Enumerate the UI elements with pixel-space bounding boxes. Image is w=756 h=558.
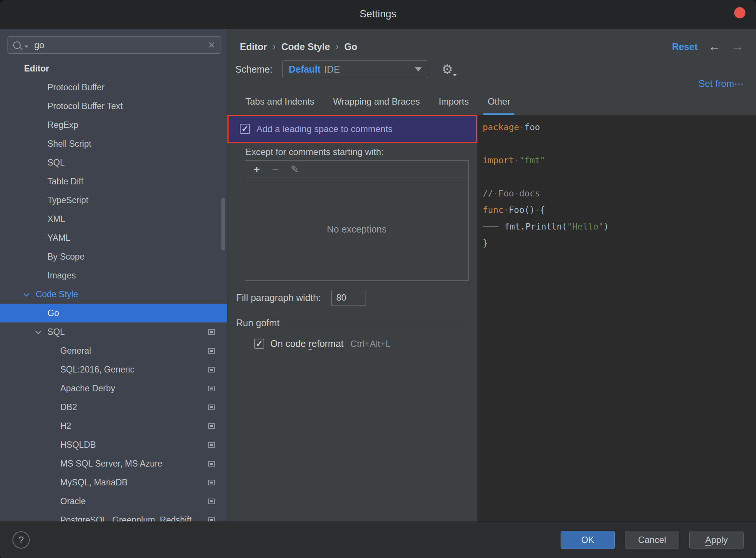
sidebar-item-typescript[interactable]: TypeScript [0, 191, 227, 210]
scheme-label: Scheme: [235, 64, 273, 75]
check-icon: ✓ [241, 124, 248, 134]
ok-button[interactable]: OK [561, 531, 615, 549]
sidebar-item-images[interactable]: Images [0, 266, 227, 285]
exceptions-toolbar: + − ✎ [245, 161, 468, 178]
sidebar-item-shell-script[interactable]: Shell Script [0, 134, 227, 153]
footer-buttons: OK Cancel Apply [561, 531, 744, 549]
remove-icon[interactable]: − [272, 164, 279, 175]
tab-imports[interactable]: Imports [439, 96, 469, 115]
sidebar-item-sql-2016-generic[interactable]: SQL:2016, Generic [0, 360, 227, 379]
sidebar-item-oracle[interactable]: Oracle [0, 492, 227, 511]
sidebar-item-label: HSQLDB [60, 440, 96, 450]
cancel-button[interactable]: Cancel [625, 531, 679, 549]
help-button[interactable]: ? [12, 531, 30, 549]
sidebar-item-apache-derby[interactable]: Apache Derby [0, 379, 227, 398]
sidebar-item-protocol-buffer-text[interactable]: Protocol Buffer Text [0, 97, 227, 116]
sidebar-item-go[interactable]: Go [0, 304, 227, 322]
sidebar-item-regexp[interactable]: RegExp [0, 116, 227, 134]
close-button[interactable] [734, 7, 745, 18]
sidebar-item-table-diff[interactable]: Table Diff [0, 172, 227, 191]
search-options-caret-icon[interactable] [24, 46, 28, 48]
code-line [483, 135, 756, 152]
code-line: package·foo [483, 119, 756, 135]
language-settings-icon [208, 499, 215, 504]
sidebar-item-label: Go [47, 308, 59, 318]
leading-space-setting-row[interactable]: ✓ Add a leading space to comments [227, 115, 477, 143]
sidebar-item-label: SQL:2016, Generic [60, 365, 134, 375]
breadcrumb-editor[interactable]: Editor [240, 41, 267, 52]
apply-button[interactable]: Apply [689, 531, 744, 549]
exceptions-empty-state: No exceptions [245, 178, 468, 280]
sidebar-item-by-scope[interactable]: By Scope [0, 247, 227, 266]
reformat-shortcut: Ctrl+Alt+L [351, 339, 391, 349]
forward-arrow-icon[interactable]: → [731, 41, 744, 52]
sidebar-item-code-style[interactable]: Code Style [0, 285, 227, 304]
sidebar-item-postgresql-greenplum-redshift[interactable]: PostgreSQL, Greenplum, Redshift [0, 511, 227, 522]
sidebar-item-sql[interactable]: SQL [0, 153, 227, 172]
settings-sidebar: ✕ EditorProtocol BufferProtocol Buffer T… [0, 29, 227, 522]
edit-icon[interactable]: ✎ [291, 164, 299, 175]
sidebar-item-sql-code-style[interactable]: SQL [0, 322, 227, 341]
space-whitespace-indicator: · [493, 189, 498, 198]
sidebar-item-label: Images [47, 271, 76, 281]
gofmt-section-label: Run gofmt [236, 318, 279, 328]
set-from-row: Set from⋯ [227, 78, 744, 91]
breadcrumb-go[interactable]: Go [344, 41, 357, 52]
dialog-footer: ? OK Cancel Apply [0, 522, 756, 558]
sidebar-item-db2[interactable]: DB2 [0, 398, 227, 417]
space-whitespace-indicator: · [519, 122, 524, 132]
breadcrumb-separator: › [335, 41, 338, 52]
scheme-row: Scheme: Default IDE ⚙ [235, 60, 756, 78]
code-line: //·Foo·docs [483, 185, 756, 202]
sidebar-item-xml[interactable]: XML [0, 210, 227, 228]
sidebar-item-label: TypeScript [47, 195, 88, 205]
sidebar-item-yaml[interactable]: YAML [0, 228, 227, 247]
sidebar-item-protocol-buffer[interactable]: Protocol Buffer [0, 78, 227, 97]
scheme-actions-button[interactable]: ⚙ [442, 63, 453, 76]
section-divider [286, 323, 469, 323]
search-input[interactable] [34, 40, 208, 51]
fill-width-label: Fill paragraph width: [236, 292, 321, 303]
language-settings-icon [208, 517, 215, 522]
search-field[interactable]: ✕ [8, 36, 221, 54]
chevron-down-icon[interactable] [24, 291, 30, 297]
language-settings-icon [208, 348, 215, 354]
chevron-down-icon[interactable] [35, 328, 41, 334]
fill-width-input[interactable] [331, 290, 366, 306]
sidebar-item-h2[interactable]: H2 [0, 417, 227, 435]
gofmt-section-header: Run gofmt [236, 318, 469, 328]
sidebar-item-label: YAML [47, 233, 70, 243]
sidebar-item-mysql-mariadb[interactable]: MySQL, MariaDB [0, 473, 227, 492]
title-bar: Settings [0, 0, 756, 29]
leading-space-checkbox[interactable]: ✓ [240, 124, 250, 134]
language-settings-icon [208, 404, 215, 410]
scheme-select[interactable]: Default IDE [282, 60, 428, 78]
breadcrumb: Editor›Code Style›Go Reset ← → [240, 39, 744, 54]
clear-search-icon[interactable]: ✕ [208, 40, 215, 50]
set-from-link[interactable]: Set from⋯ [699, 78, 744, 89]
on-code-reformat-checkbox[interactable]: ✓ [254, 339, 264, 349]
space-whitespace-indicator: · [503, 205, 509, 215]
language-settings-icon [208, 480, 215, 485]
space-whitespace-indicator: · [514, 189, 519, 198]
sidebar-item-hsqldb[interactable]: HSQLDB [0, 435, 227, 454]
gear-icon: ⚙ [442, 62, 453, 76]
sidebar-item-editor[interactable]: Editor [0, 59, 227, 78]
tab-wrapping-and-braces[interactable]: Wrapping and Braces [333, 96, 420, 115]
breadcrumb-code-style[interactable]: Code Style [281, 41, 330, 52]
sidebar-item-label: Table Diff [47, 176, 83, 187]
chevron-down-icon [415, 67, 422, 71]
tab-tabs-and-indents[interactable]: Tabs and Indents [245, 96, 314, 115]
question-icon: ? [18, 534, 24, 546]
breadcrumb-separator: › [273, 41, 276, 52]
reset-link[interactable]: Reset [672, 41, 698, 52]
add-icon[interactable]: + [253, 164, 260, 175]
code-line: fmt.Println("Hello") [483, 218, 756, 235]
sidebar-item-ms-sql-server-ms-azure[interactable]: MS SQL Server, MS Azure [0, 454, 227, 473]
sidebar-item-label: Editor [24, 64, 49, 74]
back-arrow-icon[interactable]: ← [708, 41, 721, 52]
sidebar-item-label: Apache Derby [60, 383, 115, 394]
sidebar-scrollbar[interactable] [221, 198, 225, 251]
sidebar-item-general[interactable]: General [0, 341, 227, 360]
tab-other[interactable]: Other [488, 96, 510, 115]
